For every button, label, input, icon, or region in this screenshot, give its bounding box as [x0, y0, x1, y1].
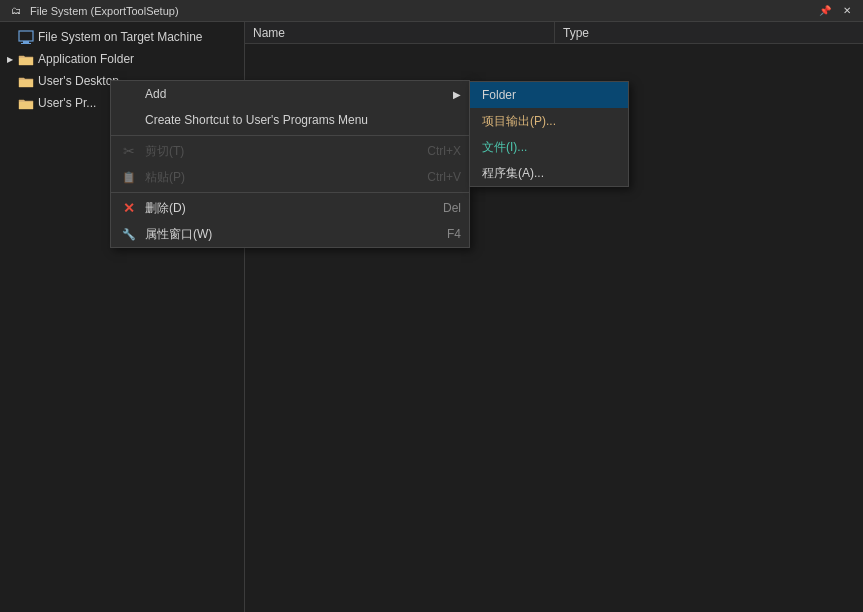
- menu-item-add[interactable]: Add ▶ Folder 项目输出(P)... 文件(I)... 程序集(A).…: [111, 81, 469, 107]
- svg-rect-1: [23, 41, 29, 43]
- submenu-item-file[interactable]: 文件(I)...: [470, 134, 628, 160]
- tree-label: File System on Target Machine: [38, 30, 203, 44]
- menu-item-properties[interactable]: 🔧 属性窗口(W) F4: [111, 221, 469, 247]
- computer-icon: [18, 30, 34, 44]
- shortcut-text: Del: [443, 201, 461, 215]
- tree-label: User's Pr...: [38, 96, 96, 110]
- tree-arrow: [4, 31, 16, 43]
- folder-icon: [18, 96, 34, 110]
- menu-item-label: Add: [145, 87, 445, 101]
- menu-item-label: 剪切(T): [145, 143, 407, 160]
- submenu-item-project-output[interactable]: 项目输出(P)...: [470, 108, 628, 134]
- menu-item-label: 删除(D): [145, 200, 423, 217]
- column-name: Name: [245, 22, 555, 43]
- title-bar-icon: 🗂: [8, 3, 24, 19]
- shortcut-icon: [119, 110, 139, 130]
- tree-arrow: [4, 75, 16, 87]
- tree-arrow: ▶: [4, 53, 16, 65]
- submenu-item-folder[interactable]: Folder: [470, 82, 628, 108]
- menu-item-cut: ✂ 剪切(T) Ctrl+X: [111, 138, 469, 164]
- menu-item-label: 属性窗口(W): [145, 226, 427, 243]
- submenu-label: 程序集(A)...: [482, 165, 544, 182]
- properties-icon: 🔧: [119, 224, 139, 244]
- menu-item-paste: 📋 粘贴(P) Ctrl+V: [111, 164, 469, 190]
- tree-label: Application Folder: [38, 52, 134, 66]
- tree-item-app-folder[interactable]: ▶ Application Folder: [0, 48, 244, 70]
- shortcut-text: Ctrl+V: [427, 170, 461, 184]
- shortcut-text: F4: [447, 227, 461, 241]
- cut-icon: ✂: [119, 141, 139, 161]
- column-type: Type: [555, 22, 597, 43]
- close-button[interactable]: ✕: [839, 3, 855, 19]
- add-icon: [119, 84, 139, 104]
- menu-separator-1: [111, 135, 469, 136]
- shortcut-text: Ctrl+X: [427, 144, 461, 158]
- submenu-arrow: ▶: [453, 89, 461, 100]
- svg-rect-0: [19, 31, 33, 41]
- menu-separator-2: [111, 192, 469, 193]
- tree-label: User's Desktop: [38, 74, 119, 88]
- folder-icon: [18, 74, 34, 88]
- submenu-item-assembly[interactable]: 程序集(A)...: [470, 160, 628, 186]
- pin-button[interactable]: 📌: [817, 3, 833, 19]
- menu-item-create-shortcut[interactable]: Create Shortcut to User's Programs Menu: [111, 107, 469, 133]
- delete-icon: ✕: [119, 198, 139, 218]
- folder-icon: [18, 52, 34, 66]
- column-header: Name Type: [245, 22, 863, 44]
- submenu-label: 项目输出(P)...: [482, 113, 556, 130]
- submenu: Folder 项目输出(P)... 文件(I)... 程序集(A)...: [469, 81, 629, 187]
- submenu-label: Folder: [482, 88, 516, 102]
- menu-item-label: 粘贴(P): [145, 169, 407, 186]
- title-bar: 🗂 File System (ExportToolSetup) 📌 ✕: [0, 0, 863, 22]
- paste-icon: 📋: [119, 167, 139, 187]
- context-menu: Add ▶ Folder 项目输出(P)... 文件(I)... 程序集(A).…: [110, 80, 470, 248]
- svg-rect-2: [21, 43, 31, 44]
- title-bar-text: File System (ExportToolSetup): [30, 5, 811, 17]
- menu-item-label: Create Shortcut to User's Programs Menu: [145, 113, 461, 127]
- submenu-label: 文件(I)...: [482, 139, 527, 156]
- menu-item-delete[interactable]: ✕ 删除(D) Del: [111, 195, 469, 221]
- tree-arrow: [4, 97, 16, 109]
- tree-item-file-system[interactable]: File System on Target Machine: [0, 26, 244, 48]
